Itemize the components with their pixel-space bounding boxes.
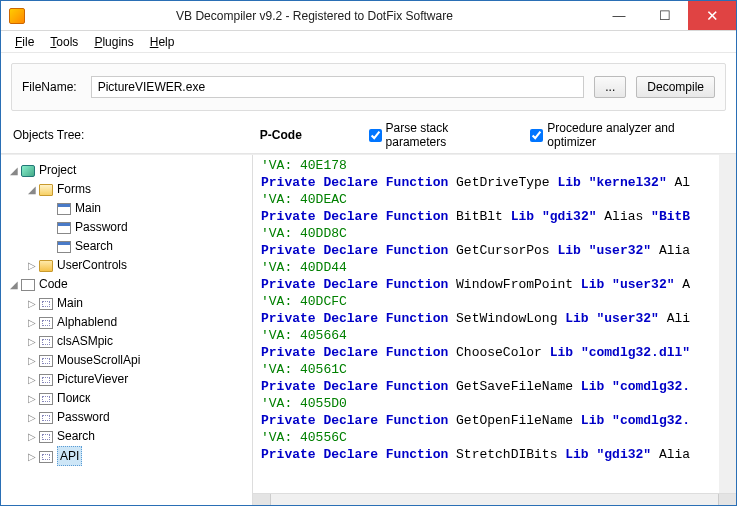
filename-input[interactable] — [91, 76, 585, 98]
tree-item[interactable]: Main — [75, 201, 101, 215]
tree-item[interactable]: Password — [57, 410, 110, 424]
options-row: Objects Tree: P-Code Parse stack paramet… — [1, 117, 736, 154]
expand-icon[interactable]: ▷ — [27, 371, 37, 389]
tree-item[interactable]: Main — [57, 296, 83, 310]
filename-label: FileName: — [22, 80, 77, 94]
proc-analyzer-input[interactable] — [530, 129, 543, 142]
minimize-button[interactable]: — — [596, 1, 642, 30]
tree-item[interactable]: Password — [75, 220, 128, 234]
tree-usercontrols[interactable]: UserControls — [57, 258, 127, 272]
menu-plugins[interactable]: Plugins — [88, 33, 139, 51]
form-icon — [57, 203, 71, 215]
project-icon — [21, 165, 35, 177]
vertical-scrollbar[interactable] — [719, 155, 736, 493]
expand-icon[interactable]: ▷ — [27, 448, 37, 466]
module-icon — [39, 412, 53, 424]
expand-icon[interactable]: ▷ — [27, 352, 37, 370]
tree-code[interactable]: Code — [39, 277, 68, 291]
module-icon — [39, 336, 53, 348]
window-title: VB Decompiler v9.2 - Registered to DotFi… — [33, 9, 596, 23]
tree-item-selected[interactable]: API — [57, 446, 82, 466]
expand-icon[interactable]: ▷ — [27, 390, 37, 408]
expand-icon[interactable]: ▷ — [27, 409, 37, 427]
form-icon — [57, 241, 71, 253]
tree-item[interactable]: Поиск — [57, 391, 90, 405]
tree-project[interactable]: Project — [39, 163, 76, 177]
window-buttons: — ☐ ✕ — [596, 1, 736, 30]
objects-tree-label: Objects Tree: — [13, 128, 240, 142]
tree-item[interactable]: Alphablend — [57, 315, 117, 329]
parse-stack-input[interactable] — [369, 129, 382, 142]
objects-tree[interactable]: ◢Project ◢Forms Main Password Search ▷Us… — [1, 155, 253, 506]
expand-icon[interactable]: ▷ — [27, 295, 37, 313]
tree-forms[interactable]: Forms — [57, 182, 91, 196]
proc-analyzer-checkbox[interactable]: Procedure analyzer and optimizer — [530, 121, 724, 149]
app-icon — [9, 8, 25, 24]
maximize-button[interactable]: ☐ — [642, 1, 688, 30]
tree-item[interactable]: Search — [75, 239, 113, 253]
close-button[interactable]: ✕ — [688, 1, 736, 30]
form-icon — [57, 222, 71, 234]
code-view[interactable]: 'VA: 40E178 Private Declare Function Get… — [253, 155, 719, 493]
titlebar: VB Decompiler v9.2 - Registered to DotFi… — [1, 1, 736, 31]
code-icon — [21, 279, 35, 291]
pcode-label: P-Code — [260, 128, 349, 142]
folder-open-icon — [39, 184, 53, 196]
horizontal-scrollbar[interactable] — [253, 493, 736, 506]
main-area: ◢Project ◢Forms Main Password Search ▷Us… — [1, 154, 736, 506]
tree-item[interactable]: MouseScrollApi — [57, 353, 140, 367]
expand-icon[interactable]: ▷ — [27, 428, 37, 446]
expand-icon[interactable]: ▷ — [27, 257, 37, 275]
code-panel: 'VA: 40E178 Private Declare Function Get… — [253, 155, 736, 506]
module-icon — [39, 355, 53, 367]
menu-tools[interactable]: Tools — [44, 33, 84, 51]
module-icon — [39, 374, 53, 386]
toolbar: FileName: ... Decompile — [11, 63, 726, 111]
tree-item[interactable]: Search — [57, 429, 95, 443]
tree-item[interactable]: clsASMpic — [57, 334, 113, 348]
expand-icon[interactable]: ▷ — [27, 314, 37, 332]
expand-icon[interactable]: ▷ — [27, 333, 37, 351]
module-icon — [39, 431, 53, 443]
module-icon — [39, 393, 53, 405]
module-icon — [39, 317, 53, 329]
expand-icon[interactable]: ◢ — [9, 162, 19, 180]
tree-item[interactable]: PictureViever — [57, 372, 128, 386]
expand-icon[interactable]: ◢ — [27, 181, 37, 199]
browse-button[interactable]: ... — [594, 76, 626, 98]
parse-stack-checkbox[interactable]: Parse stack parameters — [369, 121, 511, 149]
module-icon — [39, 451, 53, 463]
menubar: File Tools Plugins Help — [1, 31, 736, 53]
module-icon — [39, 298, 53, 310]
menu-file[interactable]: File — [9, 33, 40, 51]
folder-icon — [39, 260, 53, 272]
menu-help[interactable]: Help — [144, 33, 181, 51]
decompile-button[interactable]: Decompile — [636, 76, 715, 98]
expand-icon[interactable]: ◢ — [9, 276, 19, 294]
